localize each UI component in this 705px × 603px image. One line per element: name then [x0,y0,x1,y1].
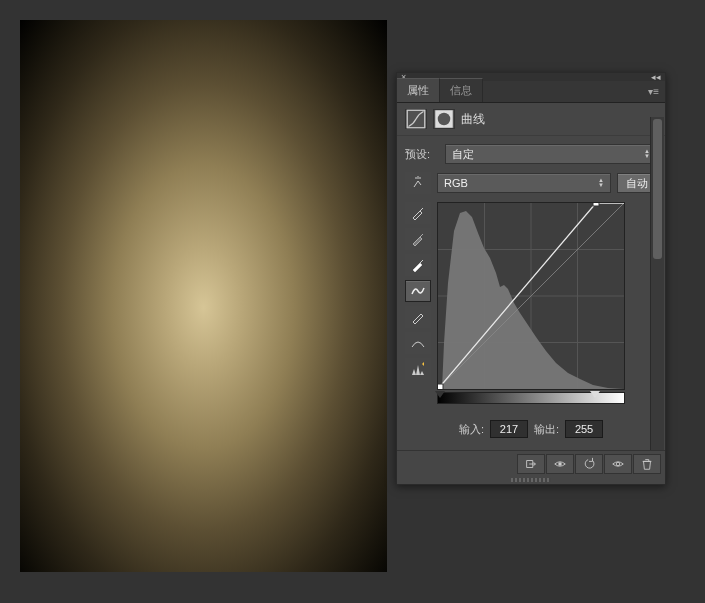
histogram-clip-icon[interactable] [405,358,431,380]
view-previous-icon[interactable] [546,454,574,474]
svg-rect-10 [438,384,443,389]
curve-point-tool-icon[interactable] [405,280,431,302]
channel-row: RGB ▲▼ 自动 [405,172,657,194]
output-label: 输出: [534,422,559,437]
preset-value: 自定 [452,147,474,162]
preset-label: 预设: [405,147,439,162]
preset-row: 预设: 自定 ▲▼ [405,144,657,164]
panel-menu-icon[interactable]: ▾≡ [648,86,659,97]
output-value-field[interactable] [565,420,603,438]
trash-icon[interactable] [633,454,661,474]
preset-dropdown[interactable]: 自定 ▲▼ [445,144,657,164]
finger-adjust-icon[interactable] [405,172,431,194]
pencil-tool-icon[interactable] [405,306,431,328]
white-point-slider[interactable] [590,391,600,398]
eyedropper-gray-icon[interactable] [405,228,431,250]
input-value-field[interactable] [490,420,528,438]
svg-point-13 [616,462,620,466]
dropdown-arrows-icon: ▲▼ [598,178,604,188]
adjustment-header: 曲线 [397,103,665,136]
panel-scrollbar[interactable] [650,117,664,450]
panel-footer [397,450,665,476]
curve-graph[interactable] [437,202,625,390]
curves-area [405,202,657,404]
svg-point-12 [558,462,562,466]
svg-rect-11 [593,203,599,206]
input-output-row: 输入: 输出: [405,412,657,442]
tab-properties[interactable]: 属性 [397,78,440,102]
curve-region [437,202,657,404]
panel-body: 预设: 自定 ▲▼ RGB ▲▼ 自动 [397,136,665,450]
clip-to-layer-icon[interactable] [517,454,545,474]
resize-grip[interactable] [397,476,665,484]
black-point-slider[interactable] [435,391,445,398]
adjustment-title: 曲线 [461,111,485,128]
eyedropper-black-icon[interactable] [405,202,431,224]
toggle-visibility-icon[interactable] [604,454,632,474]
panel-tabs: 属性 信息 ▾≡ [397,81,665,103]
tab-info[interactable]: 信息 [440,78,483,102]
scroll-thumb[interactable] [653,119,662,259]
eyedropper-white-icon[interactable] [405,254,431,276]
curves-tools [405,202,431,404]
reset-icon[interactable] [575,454,603,474]
svg-point-2 [438,113,451,126]
mask-icon[interactable] [433,109,455,129]
image-content [20,20,387,572]
smooth-tool-icon[interactable] [405,332,431,354]
input-gradient-slider[interactable] [437,392,625,404]
input-label: 输入: [459,422,484,437]
channel-value: RGB [444,177,468,189]
document-canvas[interactable] [20,20,387,572]
properties-panel: × ◂◂ 属性 信息 ▾≡ 曲线 预设: 自定 ▲▼ RGB [396,72,666,485]
curves-adjustment-icon [405,109,427,129]
channel-dropdown[interactable]: RGB ▲▼ [437,173,611,193]
